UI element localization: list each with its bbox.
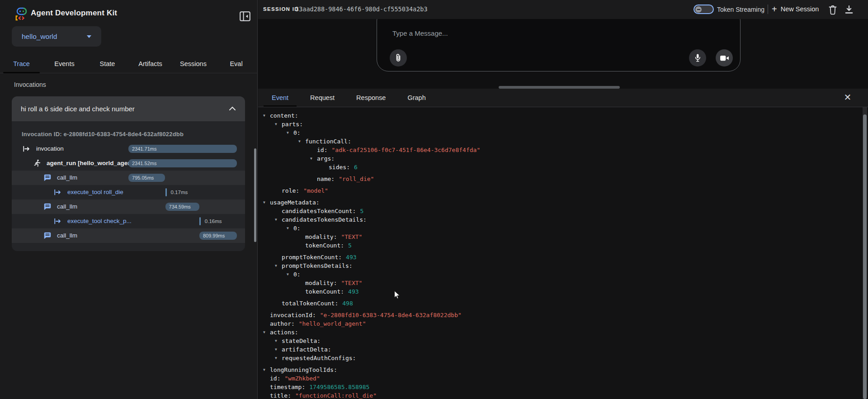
json-tree-line[interactable]: ▼name"roll_die" bbox=[263, 175, 480, 183]
trace-span-row[interactable]: call_llm 795.05ms bbox=[12, 171, 245, 185]
trace-span-name: execute_tool check_p... bbox=[67, 218, 132, 224]
json-tree-line[interactable]: ▼artifactDelta bbox=[263, 345, 480, 354]
app-root: Agent Development Kit hello_world Trace … bbox=[0, 0, 868, 399]
trace-span-row[interactable]: call_llm 734.59ms bbox=[12, 200, 245, 214]
tab-trace[interactable]: Trace bbox=[0, 54, 43, 73]
json-tree-line[interactable]: ▼stateDelta bbox=[263, 337, 480, 345]
json-tree-line[interactable]: ▼actions bbox=[263, 328, 480, 337]
trace-span-bar: 2341.52ms bbox=[128, 159, 237, 167]
trace-span-bar: 2341.71ms bbox=[128, 145, 237, 153]
tab-artifacts[interactable]: Artifacts bbox=[129, 54, 172, 73]
trace-span-row[interactable]: execute_tool check_p... 0.16ms bbox=[12, 214, 245, 228]
json-tree-line[interactable]: ▼longRunningToolIds bbox=[263, 366, 480, 374]
token-streaming-toggle[interactable] bbox=[693, 5, 714, 14]
session-header: SESSION ID 33aad288-9846-46f6-980d-cf555… bbox=[258, 0, 868, 19]
event-detail-panel: ▼content▼parts▼0▼functionCall▼id"adk-caf… bbox=[258, 107, 868, 399]
plus-icon: + bbox=[772, 4, 777, 14]
expand-triangle-icon: ▼ bbox=[287, 270, 293, 279]
invocation-prompt-header[interactable]: hi roll a 6 side dice and check number bbox=[12, 96, 245, 121]
agent-run-icon bbox=[33, 159, 41, 167]
json-tree-line[interactable]: ▼args bbox=[263, 154, 480, 163]
trace-span-bar bbox=[199, 217, 201, 225]
toggle-knob bbox=[695, 6, 702, 13]
tab-eval[interactable]: Eval bbox=[215, 54, 258, 73]
tab-event[interactable]: Event bbox=[264, 89, 297, 107]
json-tree-line[interactable]: ▼0 bbox=[263, 270, 480, 279]
json-tree-line[interactable]: ▼candidatesTokenCount5 bbox=[263, 207, 480, 215]
event-json-tree: ▼content▼parts▼0▼functionCall▼id"adk-caf… bbox=[263, 111, 480, 399]
tab-request[interactable]: Request bbox=[302, 89, 343, 107]
json-tree-line[interactable]: ▼totalTokenCount498 bbox=[263, 299, 480, 308]
trace-span-row[interactable]: call_llm 809.99ms bbox=[12, 228, 245, 243]
expand-triangle-icon: ▼ bbox=[263, 111, 270, 120]
json-tree-line[interactable]: ▼tokenCount493 bbox=[263, 287, 480, 296]
json-tree-line[interactable]: ▼invocationId"e-2808fd10-6383-4754-8de4-… bbox=[263, 311, 480, 319]
json-tree-line[interactable]: ▼author"hello_world_agent" bbox=[263, 319, 480, 328]
expand-triangle-icon: ▼ bbox=[275, 261, 282, 270]
json-tree-line[interactable]: ▼tokenCount5 bbox=[263, 241, 480, 250]
trace-span-bar bbox=[165, 188, 167, 196]
message-input[interactable]: Type a Message... bbox=[392, 29, 448, 37]
microphone-button[interactable] bbox=[689, 49, 706, 66]
json-tree-line[interactable]: ▼id"adk-caf25106-f0c7-451f-86e4-3c6d7e8f… bbox=[263, 146, 480, 154]
json-tree-line[interactable]: ▼promptTokensDetails bbox=[263, 261, 480, 270]
json-tree-line[interactable]: ▼usageMetadata bbox=[263, 198, 480, 207]
json-tree-line[interactable]: ▼id"wmZhkbed" bbox=[263, 374, 480, 383]
paperclip-icon bbox=[394, 53, 403, 62]
expand-triangle-icon: ▼ bbox=[263, 198, 270, 207]
expand-triangle-icon: ▼ bbox=[275, 345, 282, 354]
delete-session-icon[interactable] bbox=[828, 5, 838, 15]
trace-span-row[interactable]: invocation 2341.71ms bbox=[12, 142, 245, 156]
json-tree-line[interactable]: ▼0 bbox=[263, 128, 480, 137]
close-icon[interactable]: ✕ bbox=[842, 92, 853, 103]
tab-events[interactable]: Events bbox=[43, 54, 86, 73]
trace-span-name: invocation bbox=[36, 145, 64, 152]
json-tree-line[interactable]: ▼sides6 bbox=[263, 163, 480, 171]
json-tree-line[interactable]: ▼promptTokenCount493 bbox=[263, 253, 480, 261]
tab-response[interactable]: Response bbox=[348, 89, 394, 107]
adk-logo-icon bbox=[14, 7, 28, 23]
trace-span-row[interactable]: agent_run [hello_world_agent] 2341.52ms bbox=[12, 156, 245, 171]
trace-span-name: call_llm bbox=[57, 232, 77, 239]
trace-span-duration: 0.17ms bbox=[171, 190, 188, 195]
trace-span-bar: 734.59ms bbox=[165, 203, 199, 211]
expand-triangle-icon: ▼ bbox=[263, 328, 270, 337]
download-session-icon[interactable] bbox=[844, 5, 854, 15]
chat-icon bbox=[43, 232, 52, 240]
sidebar-scrollbar-thumb[interactable] bbox=[254, 148, 256, 242]
json-tree-line[interactable]: ▼modality"TEXT" bbox=[263, 233, 480, 241]
expand-triangle-icon: ▼ bbox=[298, 137, 305, 146]
vertical-scrollbar-thumb[interactable] bbox=[863, 114, 867, 399]
expand-triangle-icon: ▼ bbox=[275, 215, 282, 224]
tab-sessions[interactable]: Sessions bbox=[172, 54, 215, 73]
chevron-up-icon bbox=[229, 105, 236, 113]
trace-span-row[interactable]: execute_tool roll_die 0.17ms bbox=[12, 185, 245, 200]
app-title: Agent Development Kit bbox=[31, 9, 117, 18]
video-button[interactable] bbox=[716, 49, 733, 66]
json-tree-line[interactable]: ▼role"model" bbox=[263, 186, 480, 195]
json-tree-line[interactable]: ▼modality"TEXT" bbox=[263, 279, 480, 287]
invocations-section-title: Invocations bbox=[14, 81, 46, 88]
input-white-icon bbox=[23, 145, 31, 153]
tab-state[interactable]: State bbox=[86, 54, 129, 73]
tab-graph[interactable]: Graph bbox=[399, 89, 434, 107]
json-tree-line[interactable]: ▼content bbox=[263, 111, 480, 120]
expand-triangle-icon: ▼ bbox=[310, 154, 317, 163]
json-tree-line[interactable]: ▼parts bbox=[263, 120, 480, 128]
session-id-label: SESSION ID bbox=[263, 6, 299, 12]
collapse-panel-icon[interactable] bbox=[240, 11, 250, 21]
trace-span-name: call_llm bbox=[57, 174, 77, 181]
expand-triangle-icon: ▼ bbox=[275, 120, 282, 128]
trace-span-name: execute_tool roll_die bbox=[67, 189, 123, 195]
json-tree-line[interactable]: ▼candidatesTokensDetails bbox=[263, 215, 480, 224]
attach-file-button[interactable] bbox=[390, 49, 407, 66]
json-tree-line[interactable]: ▼0 bbox=[263, 224, 480, 233]
sidebar: Agent Development Kit hello_world Trace … bbox=[0, 0, 258, 399]
json-tree-line[interactable]: ▼requestedAuthConfigs bbox=[263, 354, 480, 362]
json-tree-line[interactable]: ▼functionCall bbox=[263, 137, 480, 146]
json-tree-line[interactable]: ▼title"functionCall:roll_die" bbox=[263, 391, 480, 399]
invocation-trace-card: hi roll a 6 side dice and check number I… bbox=[12, 96, 245, 251]
new-session-button[interactable]: + New Session bbox=[772, 4, 819, 14]
json-tree-line[interactable]: ▼timestamp1749586585.858985 bbox=[263, 383, 480, 391]
agent-selector[interactable]: hello_world bbox=[12, 26, 101, 47]
